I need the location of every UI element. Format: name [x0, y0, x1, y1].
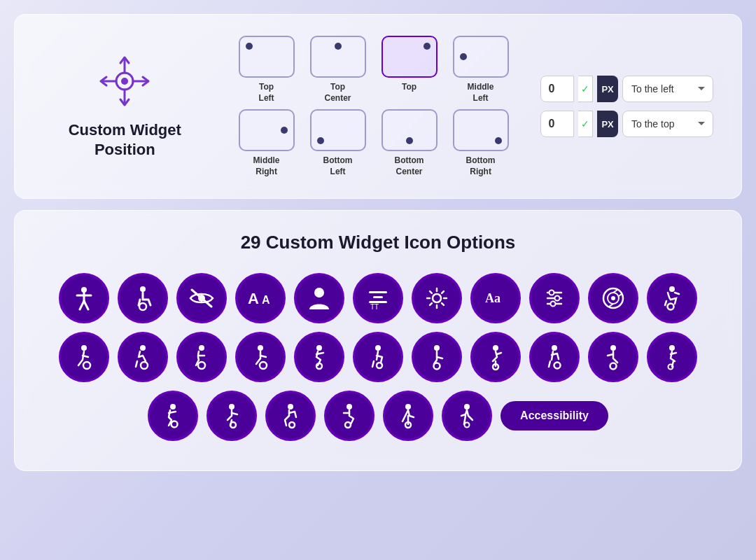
control-row-top: ✓ PX To the top To the bottom: [540, 111, 713, 137]
svg-point-41: [140, 345, 146, 351]
dot-bottom-right: [495, 137, 502, 144]
svg-point-40: [83, 362, 90, 369]
icon-row-3: Accessibility: [43, 391, 713, 441]
pos-box-bottom-center[interactable]: [382, 109, 438, 151]
svg-point-59: [669, 345, 675, 351]
svg-point-39: [81, 345, 87, 351]
svg-point-27: [550, 290, 554, 295]
svg-point-28: [555, 296, 560, 301]
svg-point-11: [140, 286, 146, 292]
icon-wc-5[interactable]: [294, 332, 344, 382]
pos-box-bottom-left[interactable]: [310, 109, 366, 151]
pos-top-center[interactable]: TopCenter: [307, 36, 370, 104]
icon-wc-12[interactable]: [148, 391, 198, 441]
svg-line-38: [675, 293, 679, 294]
svg-point-66: [289, 422, 295, 428]
svg-point-53: [493, 345, 498, 351]
icon-settings-gear[interactable]: [412, 273, 462, 323]
check-badge-top: ✓: [578, 111, 594, 137]
icon-sliders[interactable]: [529, 273, 580, 323]
icon-wc-6[interactable]: [353, 332, 403, 382]
icon-person-silhouette[interactable]: [294, 273, 344, 323]
icon-wc-1[interactable]: [59, 332, 109, 382]
dot-middle-right: [281, 127, 288, 134]
svg-point-22: [433, 294, 441, 302]
svg-text:TT: TT: [370, 303, 379, 311]
svg-point-64: [230, 422, 236, 428]
pos-bottom-center[interactable]: BottomCenter: [378, 109, 441, 177]
icon-wc-14[interactable]: [265, 391, 316, 441]
left-offset-input[interactable]: [540, 76, 574, 102]
svg-point-32: [611, 296, 615, 300]
pos-label-middle-right: MiddleRight: [253, 155, 280, 177]
pos-box-top-right[interactable]: [382, 36, 438, 78]
pos-label-bottom-left: BottomLeft: [323, 155, 353, 177]
icon-font-aa[interactable]: A A: [235, 273, 286, 323]
svg-point-46: [260, 362, 267, 369]
control-row-left: ✓ PX To the left To the right: [540, 76, 713, 102]
icon-help-circle[interactable]: [588, 273, 638, 323]
icon-wc-15[interactable]: [324, 391, 374, 441]
icon-wc-8[interactable]: [470, 332, 521, 382]
svg-line-10: [84, 301, 88, 309]
pos-label-bottom-center: BottomCenter: [395, 155, 424, 177]
svg-line-9: [80, 301, 84, 309]
svg-point-55: [552, 345, 557, 351]
icon-wc-17[interactable]: [442, 391, 492, 441]
icon-eye-hidden[interactable]: [176, 273, 227, 323]
top-offset-input[interactable]: [540, 111, 574, 137]
pos-top-left[interactable]: TopLeft: [235, 36, 298, 104]
left-direction-select[interactable]: To the left To the right: [622, 76, 713, 102]
icon-text-aa-circle[interactable]: Aa: [470, 273, 521, 323]
svg-text:A: A: [248, 290, 259, 307]
icon-wc-11[interactable]: [647, 332, 697, 382]
svg-point-1: [121, 78, 128, 85]
icon-wc-13[interactable]: [206, 391, 257, 441]
pos-box-top-left[interactable]: [239, 36, 295, 78]
icon-wc-4[interactable]: [235, 332, 286, 382]
svg-rect-19: [373, 296, 383, 298]
bottom-panel: 29 Custom Widget Icon Options: [14, 210, 742, 471]
controls-section: ✓ PX To the left To the right ✓ PX To th…: [540, 76, 713, 137]
pos-top-right[interactable]: Top: [378, 36, 441, 104]
icon-wc-2[interactable]: [118, 332, 168, 382]
svg-point-69: [405, 404, 411, 410]
svg-text:Aa: Aa: [485, 291, 500, 305]
svg-line-33: [613, 290, 617, 293]
svg-point-65: [288, 404, 293, 410]
icon-accessibility-person[interactable]: [59, 273, 109, 323]
icon-wheelchair-alt[interactable]: [647, 273, 697, 323]
svg-point-72: [465, 423, 470, 428]
pos-box-bottom-right[interactable]: [453, 109, 509, 151]
icon-wc-7[interactable]: [412, 332, 462, 382]
px-badge-top: PX: [597, 111, 618, 137]
accessibility-badge[interactable]: Accessibility: [500, 401, 608, 430]
svg-point-63: [229, 404, 234, 410]
icon-wc-16[interactable]: [383, 391, 433, 441]
px-badge-left: PX: [597, 76, 618, 102]
icon-wheelchair[interactable]: [118, 273, 168, 323]
svg-line-14: [192, 290, 211, 307]
icon-wc-3[interactable]: [176, 332, 227, 382]
pos-box-middle-left[interactable]: [453, 36, 509, 78]
pos-bottom-right[interactable]: BottomRight: [449, 109, 512, 177]
bottom-panel-title: 29 Custom Widget Icon Options: [43, 232, 713, 253]
dot-bottom-left: [317, 137, 324, 144]
dot-top-left: [246, 43, 253, 50]
left-section: Custom Widget Position: [43, 53, 207, 160]
icon-text-size[interactable]: TT: [353, 273, 403, 323]
svg-point-45: [258, 345, 263, 351]
top-direction-select[interactable]: To the top To the bottom: [622, 111, 713, 137]
panel-title: Custom Widget Position: [43, 120, 207, 160]
svg-point-68: [345, 422, 351, 428]
dot-bottom-center: [406, 137, 413, 144]
icon-wc-10[interactable]: [588, 332, 638, 382]
move-icon: [97, 53, 153, 109]
pos-box-middle-right[interactable]: [239, 109, 295, 151]
icon-wc-9[interactable]: [529, 332, 580, 382]
pos-bottom-left[interactable]: BottomLeft: [307, 109, 370, 177]
pos-middle-right[interactable]: MiddleRight: [235, 109, 298, 177]
pos-middle-left[interactable]: MiddleLeft: [449, 36, 512, 104]
pos-label-top-left: TopLeft: [259, 82, 274, 104]
pos-box-top-center[interactable]: [310, 36, 366, 78]
